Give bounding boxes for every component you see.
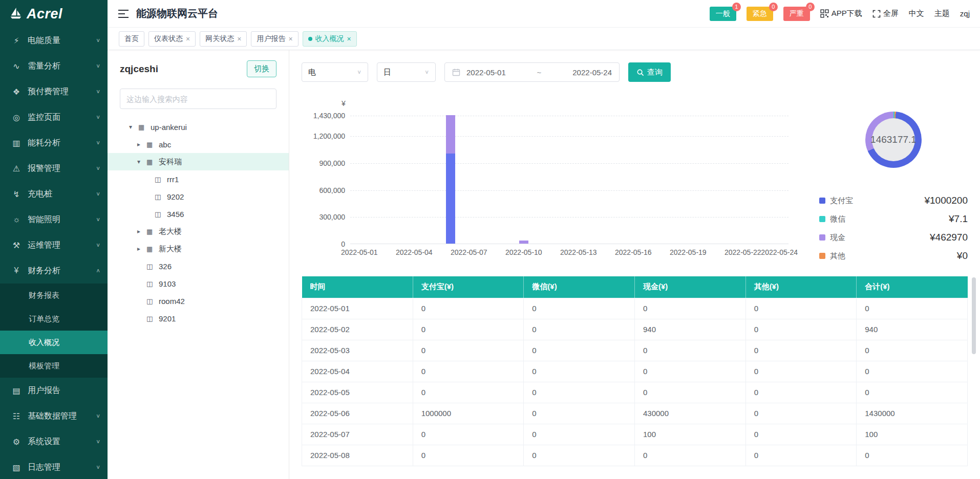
tree-node-安科瑞[interactable]: ▾▦安科瑞 [108, 153, 289, 170]
table-cell: 0 [745, 361, 857, 382]
chevron-collapsed-icon[interactable]: ▸ [137, 228, 146, 235]
scrollbar-thumb[interactable] [972, 277, 976, 354]
tree-search-input[interactable] [120, 89, 276, 109]
table-cell: 430000 [634, 403, 745, 424]
tree-node-label: room42 [159, 297, 185, 306]
table-cell: 0 [524, 382, 635, 403]
tab-meter-status[interactable]: 仪表状态× [148, 31, 196, 47]
sidebar-item-label: 充电桩 [28, 189, 96, 200]
scrollbar[interactable] [972, 277, 976, 466]
switch-button[interactable]: 切换 [247, 60, 276, 77]
bar-segment-2022-05-06 [446, 154, 455, 244]
menu-collapse-icon[interactable] [118, 9, 129, 18]
sidebar-subitem-finance-report[interactable]: 财务报表 [0, 284, 108, 307]
sidebar: Acrel ⚡电能质量∨∿需量分析∨❖预付费管理∨◎监控页面∨▥能耗分析∨⚠报警… [0, 0, 108, 479]
energy-type-select[interactable]: 电 ∨ [302, 62, 368, 82]
table-body: 2022-05-01000002022-05-020094009402022-0… [302, 298, 968, 466]
chevron-expanded-icon[interactable]: ▾ [137, 158, 146, 165]
sidebar-item-label: 基础数据管理 [28, 411, 96, 422]
tree-node-room42[interactable]: ◫room42 [108, 292, 289, 310]
sidebar-item-demand-analysis[interactable]: ∿需量分析∨ [0, 53, 108, 79]
close-icon[interactable]: × [186, 35, 190, 43]
tab-income-overview[interactable]: 收入概况× [303, 31, 357, 47]
query-button[interactable]: 查询 [628, 62, 671, 82]
tree-node-326[interactable]: ◫326 [108, 257, 289, 275]
close-icon[interactable]: × [288, 35, 292, 43]
tree-node-rrr1[interactable]: ◫rrr1 [108, 170, 289, 188]
sidebar-item-power-quality[interactable]: ⚡电能质量∨ [0, 28, 108, 53]
x-tick-label: 2022-05-16 [615, 248, 652, 256]
alert-badge-urgent[interactable]: 紧急0 [747, 7, 773, 21]
chevron-expanded-icon[interactable]: ▾ [129, 123, 138, 130]
sidebar-item-alarm-management[interactable]: ⚠报警管理∨ [0, 156, 108, 181]
org-icon: ▦ [146, 141, 157, 148]
y-tick-label: 900,000 [319, 159, 345, 167]
qr-icon [820, 9, 829, 18]
sidebar-item-operations-management[interactable]: ⚒运维管理∨ [0, 232, 108, 258]
header-app-download[interactable]: APP下载 [820, 9, 862, 18]
table-row: 2022-05-061000000043000001430000 [302, 403, 968, 424]
alert-badge-critical[interactable]: 严重0 [783, 7, 810, 21]
alert-badge-normal[interactable]: 一般1 [710, 7, 736, 21]
tree-header: zqjceshi 切换 [120, 60, 276, 77]
sidebar-item-base-data-management[interactable]: ☷基础数据管理∨ [0, 403, 108, 429]
tree-node-up-ankerui[interactable]: ▾▦up-ankerui [108, 118, 289, 136]
tab-gateway-status[interactable]: 网关状态× [200, 31, 247, 47]
sidebar-item-user-report[interactable]: ▤用户报告 [0, 378, 108, 403]
close-icon[interactable]: × [237, 35, 241, 43]
chevron-collapsed-icon[interactable]: ▸ [137, 141, 146, 148]
header-theme[interactable]: 主题 [934, 9, 950, 18]
header-fullscreen[interactable]: 全屏 [872, 9, 899, 18]
tree-node-3456[interactable]: ◫3456 [108, 205, 289, 223]
legend-label: 支付宝 [830, 196, 853, 206]
sidebar-item-log-management[interactable]: ▧日志管理∨ [0, 454, 108, 479]
y-tick-label: 600,000 [319, 186, 345, 194]
sidebar-item-energy-analysis[interactable]: ▥能耗分析∨ [0, 130, 108, 156]
header-user[interactable]: zqj [960, 9, 970, 18]
tree-node-label: 老大楼 [159, 227, 182, 236]
sidebar-subitem-template-management[interactable]: 模板管理 [0, 354, 108, 378]
tab-label: 首页 [124, 34, 139, 43]
y-tick-label: 300,000 [319, 213, 345, 221]
sidebar-item-finance-analysis[interactable]: ¥财务分析∧ [0, 258, 108, 284]
table-cell: 100 [857, 424, 968, 445]
device-icon: ◫ [146, 315, 157, 322]
org-icon: ▦ [146, 245, 157, 253]
table-cell: 1430000 [857, 403, 968, 424]
close-icon[interactable]: × [347, 35, 351, 43]
sidebar-subitem-income-overview[interactable]: 收入概况 [0, 331, 108, 354]
alert-badge-label: 一般 [716, 9, 730, 17]
header-language[interactable]: 中文 [909, 9, 924, 18]
tree-node-9202[interactable]: ◫9202 [108, 188, 289, 205]
tree-node-9103[interactable]: ◫9103 [108, 275, 289, 292]
sidebar-item-charging-pile[interactable]: ↯充电桩∨ [0, 181, 108, 207]
chevron-collapsed-icon[interactable]: ▸ [137, 245, 146, 252]
project-name: zqjceshi [120, 63, 158, 75]
date-range-picker[interactable]: 2022-05-01 ~ 2022-05-24 [444, 62, 620, 82]
settings-icon: ⚙ [10, 437, 23, 447]
tab-label: 收入概况 [315, 34, 344, 43]
y-tick-label: 1,200,000 [313, 132, 345, 140]
tab-home[interactable]: 首页 [119, 31, 144, 47]
sidebar-item-prepaid-management[interactable]: ❖预付费管理∨ [0, 79, 108, 104]
tree-node-新大楼[interactable]: ▸▦新大楼 [108, 240, 289, 257]
table-cell: 0 [857, 340, 968, 361]
legend-item-微信: 微信¥7.1 [819, 210, 968, 228]
tree-node-老大楼[interactable]: ▸▦老大楼 [108, 223, 289, 240]
lighting-icon: ☼ [10, 215, 23, 224]
legend-item-现金: 现金¥462970 [819, 228, 968, 247]
chevron-down-icon: ∨ [96, 37, 100, 43]
sidebar-item-monitor-page[interactable]: ◎监控页面∨ [0, 104, 108, 130]
sidebar-item-smart-lighting[interactable]: ☼智能照明∨ [0, 207, 108, 232]
table-row: 2022-05-0300000 [302, 340, 968, 361]
sidebar-subitem-order-overview[interactable]: 订单总览 [0, 307, 108, 331]
tree-node-abc[interactable]: ▸▦abc [108, 136, 289, 153]
logo-sail-icon [9, 7, 23, 20]
period-select[interactable]: 日 ∨ [377, 62, 436, 82]
topbar: 能源物联网云平台 一般1紧急0严重0APP下载全屏中文主题zqj [108, 0, 980, 28]
table-cell: 2022-05-05 [302, 382, 413, 403]
tab-user-report[interactable]: 用户报告× [251, 31, 298, 47]
tree-node-9201[interactable]: ◫9201 [108, 310, 289, 327]
sidebar-item-system-settings[interactable]: ⚙系统设置∨ [0, 429, 108, 454]
donut-total-value: 1463177.1 [870, 134, 917, 145]
